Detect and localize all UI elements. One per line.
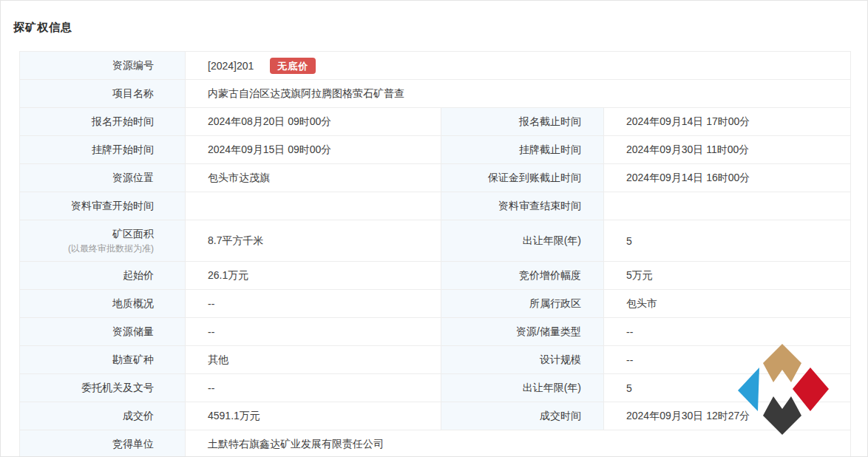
resource-number-value: [2024]201 bbox=[208, 60, 254, 72]
table-row: 资源位置 包头市达茂旗 保证金到账截止时间 2024年09月14日 16时00分 bbox=[20, 164, 850, 192]
table-row: 报名开始时间 2024年08月20日 09时00分 报名截止时间 2024年09… bbox=[20, 108, 850, 136]
row-label: 勘查矿种 bbox=[20, 346, 186, 373]
row-value: -- bbox=[186, 290, 441, 317]
row-label: 资源/储量类型 bbox=[441, 318, 604, 345]
table-row: 勘查矿种 其他 设计规模 -- bbox=[20, 346, 850, 374]
table-row: 矿区面积 (以最终审批数据为准) 8.7平方千米 出让年限(年) 5 bbox=[20, 220, 850, 262]
row-label: 资料审查结束时间 bbox=[441, 192, 604, 220]
logo-tan-up-arrow bbox=[763, 344, 801, 382]
row-label: 地质概况 bbox=[20, 290, 186, 317]
row-label: 成交价 bbox=[20, 402, 186, 430]
row-value: 其他 bbox=[186, 346, 441, 373]
row-value: -- bbox=[186, 318, 441, 345]
row-label: 起始价 bbox=[20, 262, 186, 289]
table-row: 成交价 4591.1万元 成交时间 2024年09月30日 12时27分 bbox=[20, 402, 850, 430]
row-value: 包头市达茂旗 bbox=[186, 164, 441, 192]
logo-dark-down-arrow bbox=[763, 396, 801, 435]
row-value: 5万元 bbox=[604, 262, 850, 289]
row-label: 成交时间 bbox=[441, 402, 604, 430]
row-value: 26.1万元 bbox=[186, 262, 441, 289]
row-label: 委托机关及文号 bbox=[20, 374, 186, 402]
table-row: 竞得单位 土默特右旗鑫达矿业发展有限责任公司 bbox=[20, 430, 850, 457]
row-label: 出让年限(年) bbox=[441, 220, 604, 261]
logo-blue-left-triangle bbox=[738, 368, 759, 411]
row-label: 挂牌开始时间 bbox=[20, 136, 186, 163]
table-row: 委托机关及文号 -- 出让年限(年) 5 bbox=[20, 374, 850, 402]
row-label: 出让年限(年) bbox=[441, 374, 604, 402]
row-label: 设计规模 bbox=[441, 346, 604, 373]
row-value: -- bbox=[186, 374, 441, 402]
row-label: 资源位置 bbox=[20, 164, 186, 192]
table-row: 挂牌开始时间 2024年09月15日 09时00分 挂牌截止时间 2024年09… bbox=[20, 136, 850, 164]
page-title: 探矿权信息 bbox=[13, 21, 72, 35]
table-row: 资源编号 [2024]201 无底价 bbox=[20, 52, 850, 80]
mining-rights-info-table: 资源编号 [2024]201 无底价 项目名称 内蒙古自治区达茂旗阿拉腾图格萤石… bbox=[19, 51, 851, 457]
row-label: 资源编号 bbox=[20, 52, 186, 79]
row-value-group: [2024]201 无底价 bbox=[186, 52, 850, 79]
table-row: 项目名称 内蒙古自治区达茂旗阿拉腾图格萤石矿普查 bbox=[20, 80, 850, 108]
row-value: 2024年08月20日 09时00分 bbox=[186, 108, 441, 135]
row-value bbox=[604, 192, 850, 220]
row-value: 包头市 bbox=[604, 290, 850, 317]
row-value: 4591.1万元 bbox=[186, 402, 441, 430]
project-name-value: 内蒙古自治区达茂旗阿拉腾图格萤石矿普查 bbox=[186, 80, 850, 107]
row-label: 保证金到账截止时间 bbox=[441, 164, 604, 192]
table-row: 起始价 26.1万元 竞价增价幅度 5万元 bbox=[20, 262, 850, 290]
row-label: 矿区面积 bbox=[112, 226, 154, 242]
row-label-group: 矿区面积 (以最终审批数据为准) bbox=[20, 220, 186, 261]
row-value: -- bbox=[604, 318, 850, 345]
row-value: 8.7平方千米 bbox=[186, 220, 441, 261]
row-label: 报名开始时间 bbox=[20, 108, 186, 135]
logo-red-diamond bbox=[793, 368, 829, 411]
row-label: 竞价增价幅度 bbox=[441, 262, 604, 289]
row-label: 资料审查开始时间 bbox=[20, 192, 186, 220]
row-label: 项目名称 bbox=[20, 80, 186, 107]
row-label: 挂牌截止时间 bbox=[441, 136, 604, 163]
row-value: 2024年09月15日 09时00分 bbox=[186, 136, 441, 163]
row-value: 2024年09月30日 11时00分 bbox=[604, 136, 850, 163]
k-diamond-logo-icon bbox=[737, 343, 829, 436]
row-label: 竞得单位 bbox=[20, 430, 186, 457]
row-value: 5 bbox=[604, 220, 850, 261]
row-value: 2024年09月14日 17时00分 bbox=[604, 108, 850, 135]
table-row: 资料审查开始时间 资料审查结束时间 bbox=[20, 192, 850, 220]
table-row: 地质概况 -- 所属行政区 包头市 bbox=[20, 290, 850, 318]
row-value bbox=[186, 192, 441, 220]
no-reserve-price-badge: 无底价 bbox=[270, 58, 316, 74]
row-sublabel: (以最终审批数据为准) bbox=[68, 242, 154, 255]
row-value: 2024年09月14日 16时00分 bbox=[604, 164, 850, 192]
table-row: 资源储量 -- 资源/储量类型 -- bbox=[20, 318, 850, 346]
row-label: 资源储量 bbox=[20, 318, 186, 345]
row-label: 报名截止时间 bbox=[441, 108, 604, 135]
row-label: 所属行政区 bbox=[441, 290, 604, 317]
